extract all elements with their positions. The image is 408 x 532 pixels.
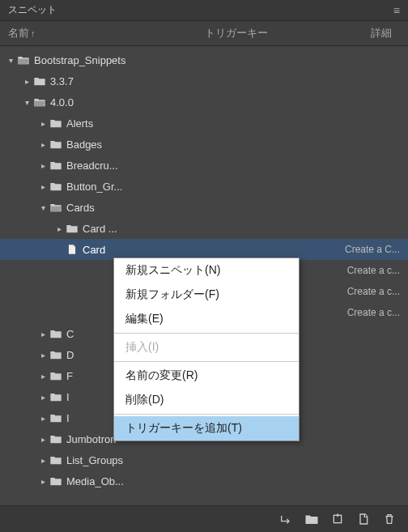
folder-icon (49, 160, 63, 171)
chevron-right-icon[interactable]: ▸ (37, 330, 49, 338)
chevron-right-icon[interactable]: ▸ (21, 77, 32, 86)
chevron-right-icon[interactable]: ▸ (53, 224, 65, 233)
folder-icon (49, 181, 63, 192)
folder-icon (65, 223, 79, 234)
folder-icon (49, 391, 63, 402)
chevron-right-icon[interactable]: ▸ (37, 393, 49, 402)
menu-item-edit[interactable]: 編集(E) (114, 307, 299, 331)
menu-item-insert: 挿入(I) (114, 335, 299, 360)
chevron-down-icon[interactable]: ▾ (21, 98, 32, 107)
chevron-right-icon[interactable]: ▸ (37, 140, 49, 149)
folder-icon (49, 475, 63, 487)
column-header-row: 名前↑ トリガーキー 詳細 (0, 21, 408, 46)
tree-row-337[interactable]: ▸ 3.3.7 (0, 70, 408, 92)
folder-icon (49, 117, 63, 129)
detail-text: Create a c... (347, 286, 408, 297)
detail-text: Create a c... (347, 265, 408, 276)
tree-row-card-folder[interactable]: ▸ Card ... (0, 218, 408, 239)
folder-icon (32, 75, 47, 87)
folder-icon (49, 370, 63, 381)
chevron-down-icon[interactable]: ▾ (37, 203, 49, 212)
panel-menu-icon[interactable]: ≡ (393, 4, 400, 17)
panel-title-bar: スニペット ≡ (0, 0, 408, 21)
tree-row-400[interactable]: ▾ 4.0.0 (0, 92, 408, 113)
menu-item-delete[interactable]: 削除(D) (114, 388, 299, 412)
snippet-file-icon (65, 244, 79, 255)
folder-open-icon (16, 54, 31, 66)
chevron-right-icon[interactable]: ▸ (37, 182, 49, 191)
insert-icon[interactable] (278, 513, 293, 526)
chevron-right-icon[interactable]: ▸ (37, 161, 49, 170)
new-folder-icon[interactable] (304, 513, 319, 526)
chevron-right-icon[interactable]: ▸ (37, 351, 49, 360)
detail-text: Create a C... (345, 244, 408, 255)
menu-separator (114, 361, 299, 362)
folder-icon (49, 433, 63, 445)
tree-row-badges[interactable]: ▸ Badges (0, 134, 408, 155)
tree-row-listgroups[interactable]: ▸ List_Groups (0, 449, 408, 470)
chevron-right-icon[interactable]: ▸ (37, 435, 49, 444)
chevron-right-icon[interactable]: ▸ (37, 414, 49, 423)
chevron-down-icon[interactable]: ▾ (5, 56, 16, 65)
folder-open-icon (32, 96, 47, 108)
folder-icon (49, 454, 63, 466)
menu-item-add-trigger[interactable]: トリガーキーを追加(T) (114, 416, 299, 440)
add-snippet-icon[interactable] (330, 513, 345, 526)
tree-row-mediaob[interactable]: ▸ Media_Ob... (0, 470, 408, 492)
chevron-right-icon[interactable]: ▸ (37, 119, 49, 128)
panel-title: スニペット (8, 3, 57, 17)
tree-row-cards[interactable]: ▾ Cards (0, 197, 408, 218)
new-file-icon[interactable] (356, 513, 371, 526)
chevron-right-icon[interactable]: ▸ (37, 372, 49, 381)
chevron-right-icon[interactable]: ▸ (37, 456, 49, 465)
folder-icon (49, 328, 63, 339)
folder-open-icon (49, 202, 63, 213)
menu-item-new-snippet[interactable]: 新規スニペット(N) (114, 258, 299, 283)
tree-row-breadcrumbs[interactable]: ▸ Breadcru... (0, 155, 408, 176)
column-header-detail[interactable]: 詳細 (319, 26, 400, 40)
menu-item-rename[interactable]: 名前の変更(R) (114, 364, 299, 388)
folder-icon (49, 349, 63, 360)
chevron-right-icon[interactable]: ▸ (37, 477, 49, 486)
menu-separator (114, 333, 299, 334)
tree-row-alerts[interactable]: ▸ Alerts (0, 113, 408, 134)
context-menu: 新規スニペット(N) 新規フォルダー(F) 編集(E) 挿入(I) 名前の変更(… (113, 257, 300, 441)
folder-icon (49, 138, 63, 150)
trash-icon[interactable] (382, 513, 397, 526)
tree-row-buttongroups[interactable]: ▸ Button_Gr... (0, 176, 408, 197)
menu-separator (114, 414, 299, 415)
column-header-name[interactable]: 名前↑ (8, 26, 154, 40)
column-header-trigger[interactable]: トリガーキー (154, 26, 319, 40)
sort-asc-icon: ↑ (31, 28, 36, 38)
detail-text: Create a c... (347, 307, 408, 318)
folder-icon (49, 412, 63, 423)
bottom-toolbar (0, 505, 408, 532)
menu-item-new-folder[interactable]: 新規フォルダー(F) (114, 283, 299, 307)
tree-row-root[interactable]: ▾ Bootstrap_Snippets (0, 49, 408, 70)
